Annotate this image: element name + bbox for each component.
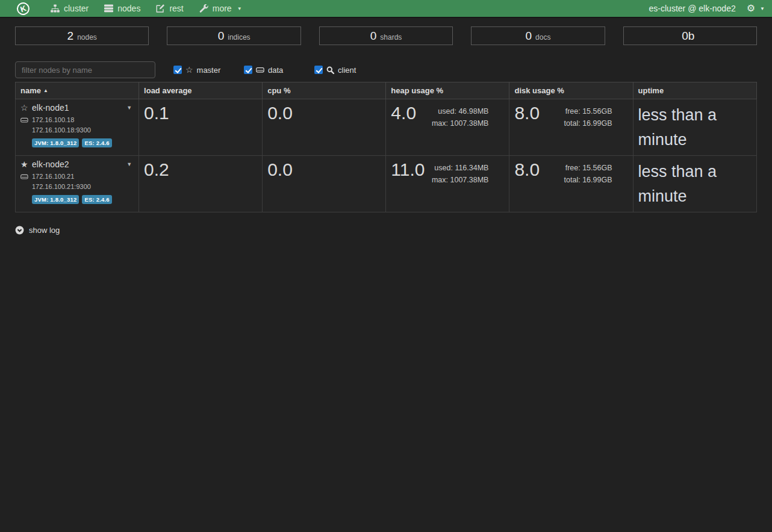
nodes-table: name▲ load average cpu % heap usage % di…	[15, 82, 757, 212]
data-filter[interactable]: data	[244, 66, 314, 75]
node-filter-input[interactable]	[15, 61, 155, 78]
nav-item-cluster[interactable]: cluster	[51, 4, 89, 13]
node2-menu-chevron-icon[interactable]: ▼	[125, 160, 134, 169]
table-row: ★ elk-node2 ▼ 172.16.100.21 172.16.100.2…	[16, 156, 757, 212]
node2-load-value: 0.2	[144, 159, 169, 181]
nav-item-nodes[interactable]: nodes	[104, 4, 140, 13]
navbar: K cluster nodes	[0, 0, 772, 18]
chevron-down-icon: ▼	[237, 6, 242, 11]
header-disk-usage: disk usage %	[509, 82, 633, 99]
cluster-selector[interactable]: es-cluster @ elk-node2	[649, 4, 736, 13]
nav-item-more-label: more	[213, 4, 232, 13]
node1-transport-address: 172.16.100.18:9300	[32, 126, 134, 134]
header-name[interactable]: name▲	[16, 82, 139, 99]
stat-nodes: 2 nodes	[15, 26, 149, 45]
show-log-button[interactable]: show log	[15, 226, 81, 235]
node1-cpu-value: 0.0	[267, 103, 293, 124]
role-filters: ☆ master data client	[173, 66, 385, 75]
node2-uptime: less than a minute	[638, 159, 752, 208]
master-filter-checkbox[interactable]	[173, 66, 182, 74]
stat-docs-value: 0	[525, 29, 532, 43]
node1-heap-percent: 4.0	[391, 103, 416, 130]
cluster-stats-row: 2 nodes 0 indices 0 shards 0 docs 0b	[15, 26, 757, 45]
stat-nodes-value: 2	[67, 29, 74, 43]
header-uptime: uptime	[633, 82, 756, 99]
node1-uptime-cell: less than a minute	[633, 99, 756, 156]
node1-heap-used: used: 46.98MB	[432, 105, 489, 117]
header-load-average: load average	[139, 82, 263, 99]
node1-heap-max: max: 1007.38MB	[432, 117, 489, 129]
node1-load-cell: 0.1	[139, 99, 263, 156]
sitemap-icon	[51, 4, 60, 13]
nav-item-rest[interactable]: rest	[156, 4, 183, 13]
node2-disk-total: total: 16.99GB	[564, 174, 612, 186]
kopf-logo-letter: K	[19, 3, 28, 13]
stat-docs-label: docs	[535, 33, 550, 42]
master-filter-label: master	[197, 66, 221, 75]
gear-icon[interactable]: ⚙	[747, 4, 755, 13]
stat-shards: 0 shards	[319, 26, 453, 45]
node2-ip: 172.16.100.21	[32, 173, 74, 180]
nav-item-more[interactable]: more ▼	[199, 4, 242, 13]
hdd-icon	[20, 117, 30, 123]
hdd-icon	[256, 66, 264, 73]
node1-jvm-badge: JVM: 1.8.0_312	[32, 138, 79, 147]
node2-name: elk-node2	[32, 159, 69, 169]
client-filter-checkbox[interactable]	[314, 66, 323, 74]
node2-cpu-value: 0.0	[267, 159, 293, 181]
hdd-icon	[20, 173, 30, 180]
stat-indices: 0 indices	[167, 26, 300, 45]
node1-load-value: 0.1	[144, 103, 169, 124]
node2-heap-used: used: 116.34MB	[432, 162, 489, 174]
star-outline-icon: ☆	[20, 103, 30, 113]
master-filter[interactable]: ☆ master	[173, 66, 244, 75]
node-filter-row: ☆ master data client	[15, 61, 757, 78]
star-filled-icon: ★	[20, 159, 30, 169]
node1-heap-cell: 4.0 used: 46.98MB max: 1007.38MB	[386, 99, 509, 156]
node2-disk-cell: 8.0 free: 15.56GB total: 16.99GB	[509, 156, 633, 212]
chevron-down-circle-icon	[15, 226, 24, 235]
stat-indices-value: 0	[218, 29, 225, 43]
search-icon	[326, 66, 334, 74]
node1-disk-cell: 8.0 free: 15.56GB total: 16.99GB	[509, 99, 633, 156]
node1-uptime: less than a minute	[638, 103, 752, 152]
stat-nodes-label: nodes	[77, 33, 97, 42]
stat-shards-label: shards	[380, 33, 402, 42]
node1-ip: 172.16.100.18	[32, 116, 74, 123]
node1-cpu-cell: 0.0	[263, 99, 386, 156]
sort-asc-icon: ▲	[43, 88, 48, 93]
node2-uptime-cell: less than a minute	[633, 156, 756, 212]
kopf-logo[interactable]: K	[15, 1, 31, 16]
settings-chevron-down-icon[interactable]: ▼	[760, 6, 765, 11]
table-header-row: name▲ load average cpu % heap usage % di…	[16, 82, 757, 99]
wrench-icon	[199, 4, 208, 13]
node1-es-badge: ES: 2.4.6	[82, 138, 111, 147]
node1-disk-free: free: 15.56GB	[564, 105, 612, 117]
stat-size-value: 0b	[682, 29, 694, 43]
stat-shards-value: 0	[370, 29, 377, 43]
node1-name: elk-node1	[32, 103, 69, 113]
star-outline-icon: ☆	[185, 66, 193, 74]
server-icon	[104, 4, 113, 13]
node2-disk-free: free: 15.56GB	[564, 162, 612, 174]
node2-heap-cell: 11.0 used: 116.34MB max: 1007.38MB	[386, 156, 509, 212]
table-row: ☆ elk-node1 ▼ 172.16.100.18 172.16.100.1…	[16, 99, 757, 156]
stat-docs: 0 docs	[471, 26, 605, 45]
data-filter-checkbox[interactable]	[244, 66, 252, 74]
nav-item-nodes-label: nodes	[117, 4, 140, 13]
client-filter[interactable]: client	[314, 66, 385, 75]
node2-disk-percent: 8.0	[514, 159, 540, 187]
node2-cpu-cell: 0.0	[263, 156, 386, 212]
stat-indices-label: indices	[228, 33, 250, 42]
node2-heap-percent: 11.0	[391, 159, 425, 187]
node2-heap-max: max: 1007.38MB	[432, 174, 489, 186]
stat-size: 0b	[623, 26, 757, 45]
header-heap-usage: heap usage %	[386, 82, 509, 99]
node2-name-cell: ★ elk-node2 ▼ 172.16.100.21 172.16.100.2…	[16, 156, 139, 212]
node1-menu-chevron-icon[interactable]: ▼	[125, 104, 134, 112]
data-filter-label: data	[268, 66, 283, 75]
node2-load-cell: 0.2	[139, 156, 263, 212]
client-filter-label: client	[338, 66, 356, 75]
node2-jvm-badge: JVM: 1.8.0_312	[32, 195, 79, 204]
node1-disk-percent: 8.0	[514, 103, 540, 130]
